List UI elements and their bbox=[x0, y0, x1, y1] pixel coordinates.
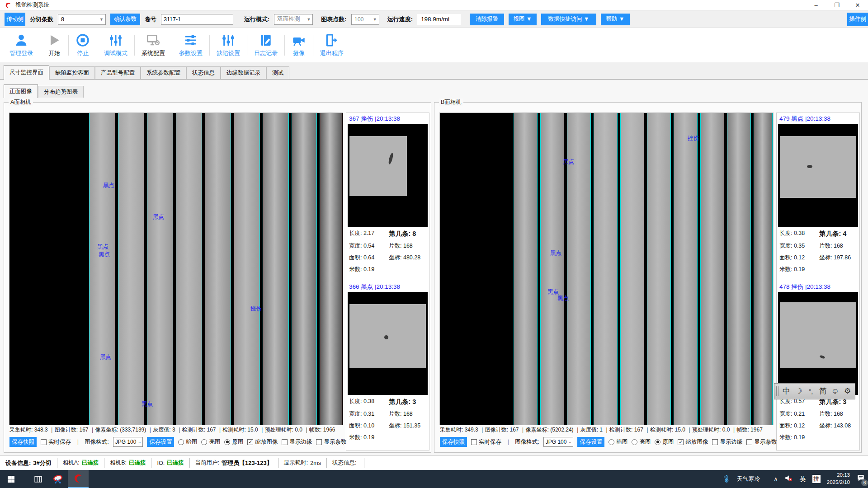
display-option-checkbox-显示边缘[interactable]: 显示边缘 bbox=[282, 438, 312, 446]
save-snapshot-button[interactable]: 保存快照 bbox=[9, 437, 37, 447]
defect-field: 面积: 0.10 bbox=[349, 422, 389, 430]
radio-icon bbox=[178, 439, 184, 445]
realtime-save-checkbox[interactable]: 实时保存 bbox=[41, 438, 71, 446]
clear-alarm-button[interactable]: 清除报警 bbox=[470, 14, 504, 25]
main-tab-2[interactable]: 产品型号配置 bbox=[95, 66, 141, 79]
radio-label: 亮图 bbox=[639, 438, 651, 446]
tray-chevron-icon[interactable]: ∧ bbox=[774, 476, 778, 482]
image-mode-radio-暗图[interactable]: 暗图 bbox=[178, 438, 197, 446]
confirm-count-button[interactable]: 确认条数 bbox=[110, 14, 140, 25]
toolbar-button-video-camera[interactable]: 摄像 bbox=[285, 33, 313, 57]
run-mode-select[interactable]: 双面检测▼ bbox=[274, 14, 313, 25]
chart-points-label: 图表点数: bbox=[321, 15, 346, 23]
main-tab-0[interactable]: 尺寸监控界面 bbox=[4, 65, 49, 80]
main-tab-1[interactable]: 缺陷监控界面 bbox=[49, 66, 95, 79]
toolbar-button-user[interactable]: 管理登录 bbox=[3, 33, 40, 57]
toolbar-button-sliders-h[interactable]: 参数设置 bbox=[172, 33, 209, 57]
display-option-checkbox-缩放图像[interactable]: ✓缩放图像 bbox=[678, 438, 708, 446]
action-center-button[interactable]: 6 bbox=[856, 474, 865, 484]
defect-card[interactable]: 367 挫伤 |20:13:38长度: 2.17第几条: 8宽度: 0.54片数… bbox=[346, 114, 429, 273]
stop-icon bbox=[75, 33, 90, 47]
user-icon bbox=[14, 33, 28, 47]
display-option-checkbox-缩放图像[interactable]: ✓缩放图像 bbox=[247, 438, 278, 446]
ime-drag-handle[interactable] bbox=[776, 386, 778, 396]
ime-settings-gear-icon[interactable]: ⚙ bbox=[842, 384, 853, 399]
toolbar-button-book-pencil[interactable]: 日志记录 bbox=[247, 33, 284, 57]
view-menu-button[interactable]: 视图 ▼ bbox=[509, 14, 537, 25]
defect-field: 面积: 0.64 bbox=[349, 254, 389, 262]
drive-side-button[interactable]: 传动侧 bbox=[5, 13, 25, 26]
defect-card[interactable]: 479 黑点 |20:13:38长度: 0.38第几条: 4宽度: 0.35片数… bbox=[777, 114, 859, 273]
status-segment: 状态信息: bbox=[327, 458, 364, 468]
slit-count-select[interactable]: 8▼ bbox=[58, 14, 106, 25]
run-speed-label: 运行速度: bbox=[387, 15, 413, 23]
film-strip bbox=[514, 113, 538, 425]
taskbar-clock[interactable]: 20:13 2025/2/10 bbox=[827, 472, 850, 486]
sub-tab-1[interactable]: 分布趋势图表 bbox=[38, 86, 84, 98]
main-tab-4[interactable]: 状态信息 bbox=[186, 66, 221, 79]
task-view-button[interactable] bbox=[28, 470, 48, 488]
close-button[interactable]: ✕ bbox=[847, 0, 868, 10]
toolbar-button-exit-door[interactable]: 退出程序 bbox=[313, 33, 350, 57]
sub-tab-0[interactable]: 正面图像 bbox=[4, 84, 38, 98]
ime-punctuation-toggle[interactable]: °, bbox=[805, 384, 816, 399]
toolbar-button-sliders-v[interactable]: 调试模式 bbox=[97, 33, 134, 57]
defect-field: 宽度: 0.21 bbox=[779, 410, 819, 418]
image-mode-radio-亮图[interactable]: 亮图 bbox=[201, 438, 220, 446]
save-settings-button[interactable]: 保存设置 bbox=[147, 437, 174, 447]
ime-fullwidth-moon-icon[interactable]: ☽ bbox=[793, 384, 804, 399]
volume-muted-button[interactable] bbox=[784, 474, 793, 484]
image-format-select[interactable]: JPG 100⌄ bbox=[543, 437, 574, 447]
camera-b-title: B面相机 bbox=[439, 99, 463, 106]
image-mode-radio-暗图[interactable]: 暗图 bbox=[609, 438, 627, 446]
data-quick-access-menu-button[interactable]: 数据快捷访问 ▼ bbox=[541, 14, 596, 25]
active-app-taskbar-button[interactable] bbox=[68, 470, 89, 488]
save-settings-button[interactable]: 保存设置 bbox=[577, 437, 604, 447]
minimize-button[interactable]: – bbox=[806, 0, 826, 10]
weather-status[interactable]: 天气寒冷 bbox=[737, 475, 760, 483]
maximize-button[interactable]: ❐ bbox=[826, 0, 847, 10]
image-mode-radio-原图[interactable]: 原图 bbox=[655, 438, 674, 446]
operator-side-button[interactable]: 操作侧 bbox=[847, 13, 868, 26]
defect-card[interactable]: 366 黑点 |20:13:38长度: 0.38第几条: 3宽度: 0.31片数… bbox=[346, 282, 429, 441]
defect-field: 面积: 0.12 bbox=[779, 422, 819, 430]
app-logo-icon bbox=[5, 2, 12, 9]
film-strip bbox=[234, 113, 260, 425]
defect-thumbnail bbox=[778, 292, 858, 395]
camera-a-title: A面相机 bbox=[9, 99, 33, 106]
main-tab-5[interactable]: 边缘数据记录 bbox=[221, 66, 266, 79]
start-button[interactable] bbox=[0, 470, 22, 488]
toolbar-button-play[interactable]: 开始 bbox=[40, 33, 68, 57]
ime-charset-toggle[interactable]: 简 bbox=[817, 384, 829, 399]
snipping-tool-button[interactable] bbox=[48, 470, 68, 488]
speaker-muted-icon bbox=[784, 474, 793, 483]
ime-mode-indicator[interactable]: 拼 bbox=[812, 475, 821, 483]
input-language-indicator[interactable]: 英 bbox=[799, 475, 806, 483]
film-strip bbox=[594, 113, 618, 425]
display-option-checkbox-显示边缘[interactable]: 显示边缘 bbox=[712, 438, 742, 446]
chart-points-select[interactable]: 100▼ bbox=[351, 14, 379, 25]
chevron-down-icon: ▼ bbox=[307, 17, 311, 22]
display-option-checkbox-显示条数[interactable]: 显示条数 bbox=[746, 438, 777, 446]
toolbar-button-stop[interactable]: 停止 bbox=[69, 33, 97, 57]
realtime-save-checkbox[interactable]: 实时保存 bbox=[471, 438, 501, 446]
defect-field bbox=[389, 266, 429, 273]
image-format-select[interactable]: JPG 100⌄ bbox=[113, 437, 143, 447]
defect-field: 米数: 0.19 bbox=[349, 434, 389, 441]
toolbar-button-sliders-v[interactable]: 缺陷设置 bbox=[210, 33, 247, 57]
status-segment: 相机A:已连接 bbox=[57, 458, 104, 468]
ime-language-toggle[interactable]: 中 bbox=[781, 384, 792, 399]
roll-number-input[interactable] bbox=[161, 14, 233, 25]
ime-emoji-icon[interactable]: ☺ bbox=[830, 384, 841, 399]
image-mode-radio-原图[interactable]: 原图 bbox=[224, 438, 243, 446]
defect-card[interactable]: 478 挫伤 |20:13:38长度: 0.57第几条: 3宽度: 0.21片数… bbox=[777, 282, 859, 441]
status-segment-label: 设备信息: bbox=[5, 459, 31, 467]
display-option-checkbox-显示条数[interactable]: 显示条数 bbox=[316, 438, 346, 446]
save-snapshot-button[interactable]: 保存快照 bbox=[440, 437, 467, 447]
main-tab-6[interactable]: 测试 bbox=[266, 66, 289, 79]
sliders-v-icon bbox=[221, 33, 236, 47]
toolbar-button-monitor-gear[interactable]: 系统配置 bbox=[135, 33, 172, 57]
help-menu-button[interactable]: 帮助 ▼ bbox=[601, 14, 630, 25]
image-mode-radio-亮图[interactable]: 亮图 bbox=[632, 438, 651, 446]
main-tab-3[interactable]: 系统参数配置 bbox=[141, 66, 186, 79]
